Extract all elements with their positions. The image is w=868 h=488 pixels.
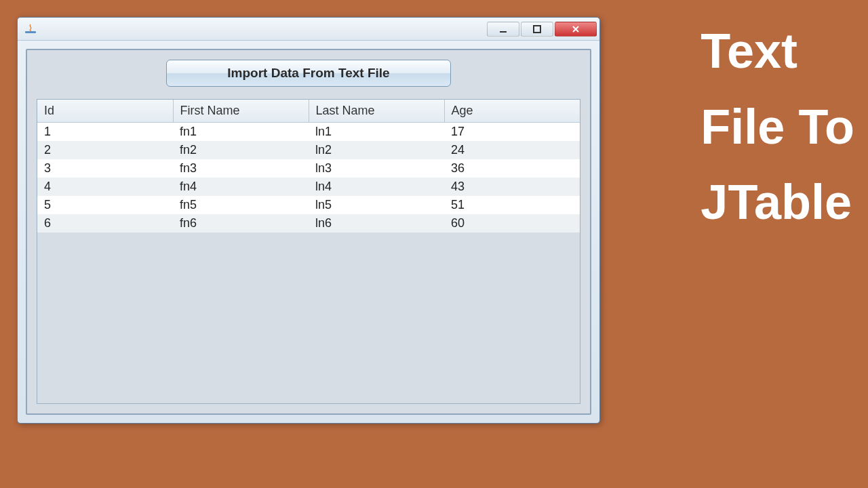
main-panel: Import Data From Text File Id First Name… xyxy=(26,49,591,415)
side-heading: Text File To JTable xyxy=(701,14,854,241)
svg-rect-2 xyxy=(534,26,540,33)
table-row[interactable]: 6fn6ln660 xyxy=(37,214,580,232)
table-cell[interactable]: fn5 xyxy=(173,196,309,214)
window-controls xyxy=(487,22,597,37)
table-cell[interactable]: 43 xyxy=(444,178,580,196)
java-icon xyxy=(24,23,37,35)
table-cell[interactable]: 4 xyxy=(37,178,173,196)
window-content: Import Data From Text File Id First Name… xyxy=(18,41,599,423)
svg-rect-1 xyxy=(500,31,507,33)
table-cell[interactable]: ln4 xyxy=(309,178,444,196)
table-cell[interactable]: 36 xyxy=(444,159,580,178)
table-cell[interactable]: ln6 xyxy=(309,214,444,232)
table-cell[interactable]: ln3 xyxy=(309,159,444,178)
table-container[interactable]: Id First Name Last Name Age 1fn1ln1172fn… xyxy=(37,99,580,404)
table-cell[interactable]: fn1 xyxy=(173,123,309,142)
table-cell[interactable]: fn6 xyxy=(173,214,309,232)
table-cell[interactable]: 6 xyxy=(37,214,173,232)
table-cell[interactable]: ln1 xyxy=(309,123,444,142)
table-cell[interactable]: ln5 xyxy=(309,196,444,214)
import-button[interactable]: Import Data From Text File xyxy=(166,60,451,87)
table-row[interactable]: 1fn1ln117 xyxy=(37,123,580,142)
svg-rect-0 xyxy=(25,31,36,33)
side-line-3: JTable xyxy=(701,165,854,241)
table-row[interactable]: 4fn4ln443 xyxy=(37,178,580,196)
side-line-1: Text xyxy=(701,14,854,89)
table-cell[interactable]: 24 xyxy=(444,141,580,159)
col-last-name[interactable]: Last Name xyxy=(309,100,444,123)
table-cell[interactable]: fn3 xyxy=(173,159,309,178)
table-header-row: Id First Name Last Name Age xyxy=(37,100,580,123)
application-window: Import Data From Text File Id First Name… xyxy=(17,17,600,424)
col-id[interactable]: Id xyxy=(37,100,173,123)
side-line-2: File To xyxy=(701,89,854,165)
table-row[interactable]: 5fn5ln551 xyxy=(37,196,580,214)
table-cell[interactable]: 3 xyxy=(37,159,173,178)
table-cell[interactable]: 17 xyxy=(444,123,580,142)
table-row[interactable]: 3fn3ln336 xyxy=(37,159,580,178)
table-cell[interactable]: 1 xyxy=(37,123,173,142)
col-first-name[interactable]: First Name xyxy=(173,100,309,123)
data-table: Id First Name Last Name Age 1fn1ln1172fn… xyxy=(37,100,580,232)
table-cell[interactable]: 51 xyxy=(444,196,580,214)
maximize-button[interactable] xyxy=(521,22,553,37)
table-cell[interactable]: 2 xyxy=(37,141,173,159)
table-cell[interactable]: fn4 xyxy=(173,178,309,196)
col-age[interactable]: Age xyxy=(444,100,580,123)
table-cell[interactable]: ln2 xyxy=(309,141,444,159)
close-button[interactable] xyxy=(555,22,597,37)
table-cell[interactable]: fn2 xyxy=(173,141,309,159)
minimize-button[interactable] xyxy=(487,22,519,37)
titlebar[interactable] xyxy=(18,18,599,41)
table-cell[interactable]: 60 xyxy=(444,214,580,232)
table-row[interactable]: 2fn2ln224 xyxy=(37,141,580,159)
table-cell[interactable]: 5 xyxy=(37,196,173,214)
